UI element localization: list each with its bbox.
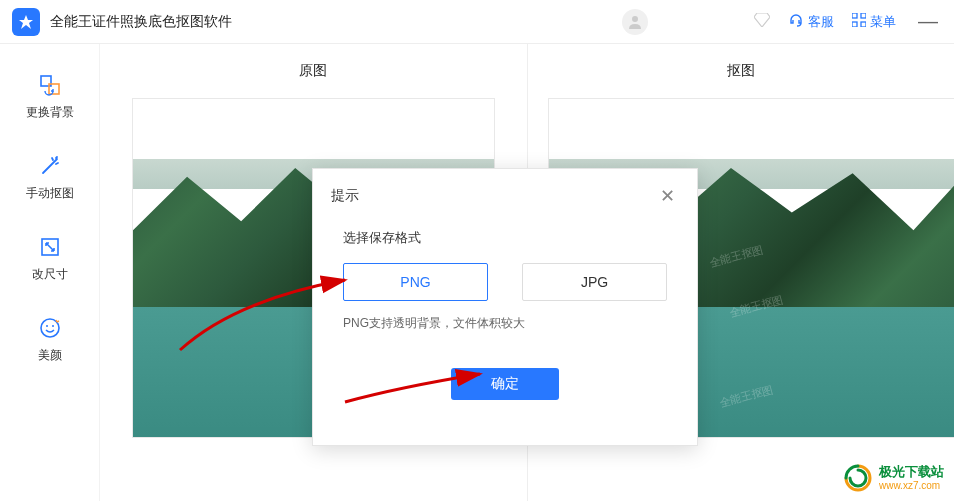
annotation-arrow-2: [340, 362, 490, 415]
dialog-close-button[interactable]: ✕: [656, 183, 679, 209]
sidebar-item-label: 更换背景: [26, 104, 74, 121]
titlebar: 全能王证件照换底色抠图软件 客服 菜单 —: [0, 0, 954, 44]
sidebar-item-label: 手动抠图: [26, 185, 74, 202]
vip-diamond-icon[interactable]: [754, 13, 770, 30]
panel-title-cutout: 抠图: [528, 44, 955, 98]
minimize-button[interactable]: —: [914, 10, 942, 33]
app-title: 全能王证件照换底色抠图软件: [50, 13, 232, 31]
svg-point-0: [632, 16, 638, 22]
support-link[interactable]: 客服: [788, 12, 834, 31]
dialog-title: 提示: [331, 187, 359, 205]
sidebar-item-beauty[interactable]: 美颜: [37, 315, 63, 364]
menu-label: 菜单: [870, 13, 896, 31]
format-option-jpg[interactable]: JPG: [522, 263, 667, 301]
svg-point-10: [52, 325, 54, 327]
format-hint: PNG支持透明背景，文件体积较大: [343, 315, 667, 332]
avatar[interactable]: [622, 9, 648, 35]
svg-rect-4: [861, 22, 866, 27]
sidebar-item-manual-cutout[interactable]: 手动抠图: [26, 153, 74, 202]
svg-rect-3: [852, 22, 857, 27]
site-watermark-icon: [843, 463, 873, 493]
sidebar-item-resize[interactable]: 改尺寸: [32, 234, 68, 283]
panel-title-original: 原图: [100, 44, 527, 98]
app-icon: [12, 8, 40, 36]
grid-menu-icon: [852, 13, 866, 30]
sidebar-item-change-bg[interactable]: 更换背景: [26, 72, 74, 121]
magic-wand-icon: [37, 153, 63, 179]
site-watermark-title: 极光下载站: [879, 465, 944, 479]
sidebar-item-label: 改尺寸: [32, 266, 68, 283]
dialog-label: 选择保存格式: [343, 229, 667, 247]
svg-point-9: [46, 325, 48, 327]
site-watermark-url: www.xz7.com: [879, 480, 944, 491]
smile-icon: [37, 315, 63, 341]
headset-icon: [788, 12, 804, 31]
site-watermark: 极光下载站 www.xz7.com: [843, 463, 944, 493]
menu-link[interactable]: 菜单: [852, 13, 896, 31]
resize-icon: [37, 234, 63, 260]
svg-rect-1: [852, 13, 857, 18]
support-label: 客服: [808, 13, 834, 31]
annotation-arrow-1: [175, 270, 355, 363]
format-option-png[interactable]: PNG: [343, 263, 488, 301]
svg-rect-2: [861, 13, 866, 18]
sidebar: 更换背景 手动抠图 改尺寸 美颜: [0, 44, 100, 501]
change-bg-icon: [37, 72, 63, 98]
sidebar-item-label: 美颜: [38, 347, 62, 364]
